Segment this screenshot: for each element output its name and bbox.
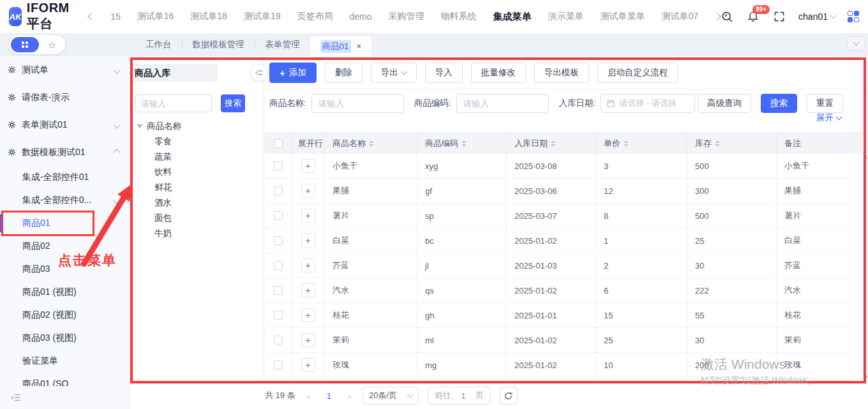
row-checkbox[interactable] [274,336,283,345]
row-checkbox[interactable] [274,286,283,295]
sidebar-item[interactable]: 商品01 [0,212,130,235]
goto-page-input[interactable] [456,391,470,401]
top-menu-item[interactable]: 采购管理 [388,11,424,22]
expand-filters-link[interactable]: 展开 [816,112,841,124]
current-page[interactable]: 1 [322,391,336,401]
advanced-query-button[interactable]: 高级查询 [698,94,751,113]
page-size-select[interactable]: 20条/页 [363,387,419,405]
top-menu-item[interactable]: 测试单18 [190,11,227,22]
tab[interactable]: 数据模板管理 [183,33,255,56]
top-menu-item[interactable]: 测试单16 [137,11,174,22]
tree-child-node[interactable]: 酒水 [137,195,260,211]
prev-page-icon[interactable]: ‹ [304,390,313,401]
sidebar-item[interactable]: 商品02 (视图) [0,304,130,327]
expand-row-button[interactable]: + [301,358,315,372]
top-menu-item[interactable]: 页签布局 [297,11,333,22]
sidebar-item[interactable]: 表单测试01 [0,111,130,138]
row-checkbox[interactable] [274,186,283,195]
app-launcher-icon[interactable] [848,11,859,22]
toolbar-button[interactable]: 启动自定义流程 [597,63,678,83]
tab-close-icon[interactable]: × [357,42,362,50]
sort-icons[interactable] [551,140,556,147]
top-menu-item[interactable]: 演示菜单 [548,11,583,22]
sidebar-item[interactable]: 请假表-演示 [0,84,130,111]
category-search-button[interactable]: 搜索 [221,94,245,112]
top-menu-item[interactable]: 集成菜单 [493,11,531,23]
fullscreen-icon[interactable] [772,10,786,24]
top-navbar: AK IFORM平台 15 测试单16 测试单18 测试单19 页签布局 dem… [0,0,868,33]
tree-root-node[interactable]: 商品名称 [137,119,260,134]
scroll-down-arrow[interactable] [864,376,868,379]
sidebar-item[interactable]: 商品03 [0,258,130,281]
expand-row-button[interactable]: + [301,283,315,297]
sort-icons[interactable] [369,140,374,147]
sidebar-item[interactable]: 商品03 (视图) [0,327,130,350]
filter-input[interactable] [311,94,404,113]
top-menu-item[interactable]: 测试单07 [661,11,698,22]
scroll-up-arrow[interactable] [864,156,868,159]
sort-icons[interactable] [715,140,720,147]
row-checkbox[interactable] [274,161,283,170]
tab[interactable]: 商品01 × [310,36,372,56]
row-checkbox[interactable] [274,236,283,245]
tree-child-node[interactable]: 饮料 [137,165,260,180]
favorite-star-icon[interactable]: ☆ [39,40,65,50]
top-menu-item[interactable]: 15 [110,11,121,22]
expand-row-button[interactable]: + [301,184,315,198]
sort-icons[interactable] [624,140,629,147]
top-menu-item[interactable]: demo [349,11,371,22]
category-search-input[interactable] [135,94,212,112]
select-all-checkbox[interactable] [274,139,283,148]
sort-icons[interactable] [461,140,467,147]
row-checkbox[interactable] [274,261,283,270]
tree-child-node[interactable]: 蔬菜 [137,149,260,165]
row-checkbox[interactable] [274,311,283,320]
expand-row-button[interactable]: + [301,308,315,322]
top-menu-item[interactable]: 测试单菜单 [600,11,645,22]
sidebar-item[interactable]: 验证菜单 [0,350,130,373]
sidebar-item[interactable]: 商品01 (视图) [0,281,130,304]
top-menu-item[interactable]: 测试单19 [244,11,281,22]
filter-input[interactable] [456,94,549,113]
tree-child-node[interactable]: 牛奶 [137,226,260,241]
tree-child-node[interactable]: 零食 [137,134,260,149]
reset-button[interactable]: 重置 [807,94,843,113]
toolbar-button[interactable]: + 添加 [269,63,317,83]
toolbar-button[interactable]: 批量修改 [471,63,526,83]
expand-row-button[interactable]: + [301,333,315,347]
collapse-sidebar-icon[interactable] [10,392,22,403]
toolbar-button[interactable]: 导入 [425,63,463,83]
tab-list-dropdown-button[interactable] [847,36,865,50]
refresh-button[interactable] [500,387,518,405]
row-checkbox[interactable] [274,361,283,369]
row-checkbox[interactable] [274,211,283,220]
expand-row-button[interactable]: + [301,258,315,272]
top-menu-item[interactable]: 物料系统 [440,11,476,22]
user-menu[interactable]: chan01 [798,11,835,22]
sidebar-item[interactable]: 集成-全部控件0... [0,189,130,212]
toolbar-button[interactable]: 删除 [325,63,363,83]
tab[interactable]: 工作台 [135,33,182,56]
toolbar-button[interactable]: 导出模板 [534,63,589,83]
sidebar-item[interactable]: 集成-全部控件01 [0,166,130,189]
search-icon[interactable] [720,10,734,24]
search-button[interactable]: 搜索 [761,94,797,113]
table-scrollbar[interactable] [863,154,868,381]
nav-scroll-left-icon[interactable] [87,13,94,20]
collapse-panel-button[interactable] [250,64,268,82]
expand-row-button[interactable]: + [301,209,315,223]
sidebar-item[interactable]: 商品02 [0,235,130,258]
expand-row-button[interactable]: + [301,234,315,248]
menu-grid-button[interactable] [11,37,39,52]
expand-row-button[interactable]: + [301,159,315,173]
date-range-picker[interactable]: 请选择 - 请选择 [601,94,695,113]
tree-child-node[interactable]: 鲜花 [137,180,260,195]
next-page-icon[interactable]: › [345,390,354,401]
toolbar-button[interactable]: 导出 [371,63,417,83]
tab[interactable]: 表单管理 [255,33,310,56]
tree-child-node[interactable]: 面包 [137,211,260,226]
sidebar-item[interactable]: 测试单 [0,56,130,84]
notification-bell-icon[interactable]: 99+ [746,10,760,24]
sidebar-item[interactable]: 数据模板测试01 [0,138,130,166]
table-row: + 汽水 qs 2025-01-02 6 222 汽水 [265,278,863,303]
